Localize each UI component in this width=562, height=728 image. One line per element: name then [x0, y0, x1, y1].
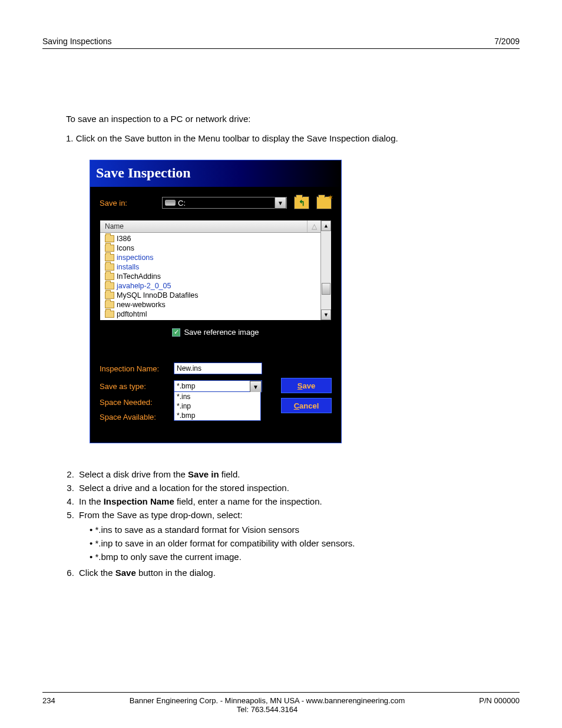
step-5-sublist: *.ins to save as a standard format for V…	[90, 525, 520, 562]
folder-icon	[105, 235, 114, 242]
step-1-text: 1. Click on the Save button in the Menu …	[66, 133, 520, 143]
page-footer: 234 Banner Engineering Corp. - Minneapol…	[42, 692, 520, 714]
save-in-row: Save in: C: ▼ ↰	[100, 196, 332, 209]
header-date: 7/2009	[494, 37, 520, 46]
step-3: Select a drive and a location for the st…	[77, 483, 520, 493]
folder-up-button[interactable]: ↰	[294, 196, 309, 209]
folder-icon	[105, 263, 114, 271]
step-5-item: *.inp to save in an older format for com…	[90, 538, 520, 548]
scroll-track[interactable]	[321, 231, 331, 309]
space-needed-label: Space Needed:	[100, 398, 170, 407]
file-list-header[interactable]: Name △	[100, 220, 320, 233]
folder-row[interactable]: MySQL InnoDB Datafiles	[101, 291, 320, 300]
folder-row[interactable]: I386	[101, 234, 320, 243]
header-section-title: Saving Inspections	[42, 37, 112, 46]
drive-icon	[165, 200, 176, 206]
save-button[interactable]: Save	[281, 378, 332, 393]
footer-center: Banner Engineering Corp. - Minneapolis, …	[55, 696, 480, 714]
save-as-type-button[interactable]: ▼	[250, 381, 262, 393]
folder-row[interactable]: javahelp-2_0_05	[101, 281, 320, 291]
step-5-item: *.bmp to only save the current image.	[90, 552, 520, 562]
save-as-type-value: *.bmp	[174, 381, 250, 391]
save-as-type-label: Save as type:	[100, 382, 170, 391]
footer-tel-line: Tel: 763.544.3164	[55, 705, 480, 714]
folder-row[interactable]: pdftohtml	[101, 309, 320, 319]
save-as-type-popup[interactable]: *.ins *.inp *.bmp	[174, 392, 261, 421]
sort-indicator-icon[interactable]: △	[308, 220, 320, 232]
page-header: Saving Inspections 7/2009	[42, 37, 520, 49]
type-option[interactable]: *.ins	[174, 392, 260, 401]
scroll-up-button[interactable]: ▲	[321, 220, 331, 231]
folder-icon	[105, 301, 114, 308]
folder-row[interactable]: Icons	[101, 243, 320, 253]
step-6: Click the Save button in the dialog.	[77, 568, 520, 578]
footer-page-number: 234	[42, 696, 55, 705]
dialog-buttons: Save Cancel	[281, 378, 332, 413]
file-rows: I386 Icons inspections installs InTechAd…	[100, 233, 320, 320]
save-as-type-dropdown[interactable]: *.bmp ▼	[174, 380, 262, 392]
new-folder-button[interactable]	[316, 196, 332, 209]
folder-row[interactable]: installs	[101, 262, 320, 272]
folder-icon	[105, 245, 114, 252]
dialog-lower-area: Inspection Name: Save as type: *.bmp ▼ *…	[100, 363, 332, 421]
column-name-header[interactable]: Name	[100, 220, 308, 232]
folder-up-icon: ↰	[299, 199, 305, 207]
inspection-name-input[interactable]	[174, 363, 262, 374]
save-reference-checkbox[interactable]: ✓	[172, 328, 180, 337]
folder-icon	[105, 311, 114, 318]
folder-icon	[105, 254, 114, 261]
scroll-thumb[interactable]	[322, 283, 330, 295]
file-scrollbar[interactable]: ▲ ▼	[320, 220, 331, 320]
save-reference-row: ✓ Save reference image	[100, 328, 332, 337]
save-in-label: Save in:	[100, 199, 158, 207]
scroll-down-button[interactable]: ▼	[321, 309, 331, 320]
type-option[interactable]: *.bmp	[174, 411, 260, 420]
file-browser: Name △ I386 Icons inspections installs I…	[100, 220, 332, 321]
folder-row[interactable]: InTechAddins	[101, 272, 320, 281]
footer-part-number: P/N 000000	[479, 696, 520, 705]
step-5-item: *.ins to save as a standard format for V…	[90, 525, 520, 535]
save-inspection-dialog: Save Inspection Save in: C: ▼ ↰ Name △	[90, 160, 342, 443]
intro-text: To save an inspection to a PC or network…	[66, 114, 520, 124]
space-available-label: Space Available:	[100, 413, 170, 421]
step-2: Select a disk drive from the Save in fie…	[77, 469, 520, 479]
save-in-value: C:	[178, 199, 275, 207]
folder-row[interactable]: inspections	[101, 253, 320, 262]
step-5: From the Save as type drop-down, select:…	[77, 510, 520, 562]
dialog-title: Save Inspection	[90, 160, 341, 187]
document-page: Saving Inspections 7/2009 To save an ins…	[0, 0, 562, 728]
footer-company-line: Banner Engineering Corp. - Minneapolis, …	[55, 696, 480, 705]
inspection-name-label: Inspection Name:	[100, 364, 170, 373]
dialog-body: Save in: C: ▼ ↰ Name △ I386 I	[90, 187, 341, 443]
type-option[interactable]: *.inp	[174, 401, 260, 411]
folder-row[interactable]: new-webworks	[101, 300, 320, 309]
cancel-button[interactable]: Cancel	[281, 398, 332, 413]
file-list[interactable]: Name △ I386 Icons inspections installs I…	[100, 220, 320, 320]
step-4: In the Inspection Name field, enter a na…	[77, 496, 520, 506]
instruction-list: Select a disk drive from the Save in fie…	[77, 469, 520, 578]
save-in-dropdown[interactable]: C: ▼	[162, 197, 287, 209]
save-in-dropdown-button[interactable]: ▼	[275, 197, 286, 209]
folder-icon	[105, 282, 114, 289]
folder-icon	[105, 273, 114, 280]
save-reference-label: Save reference image	[184, 328, 259, 337]
folder-icon	[105, 292, 114, 299]
